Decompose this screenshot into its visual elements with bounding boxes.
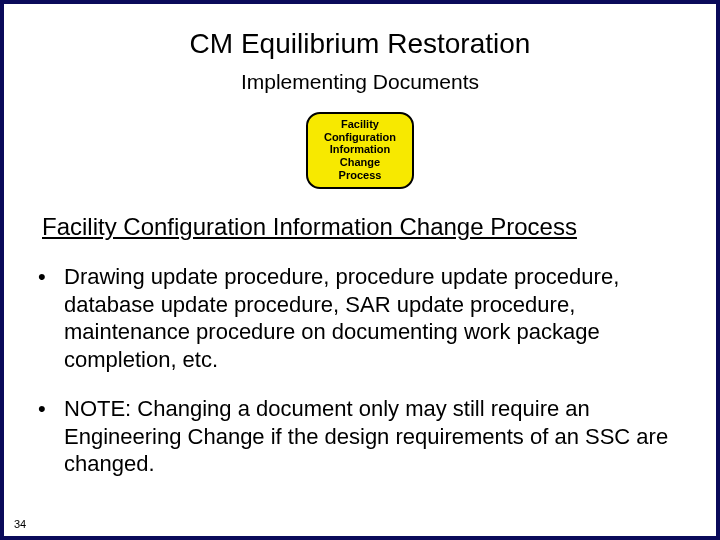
page-number: 34 <box>14 518 26 530</box>
list-item: • Drawing update procedure, procedure up… <box>36 263 690 373</box>
bullet-text: NOTE: Changing a document only may still… <box>64 395 690 478</box>
section-heading: Facility Configuration Information Chang… <box>42 213 690 241</box>
process-box-line: Facility <box>324 118 396 131</box>
slide-title: CM Equilibrium Restoration <box>30 28 690 60</box>
process-box-line: Change <box>324 156 396 169</box>
slide: CM Equilibrium Restoration Implementing … <box>0 0 720 540</box>
list-item: • NOTE: Changing a document only may sti… <box>36 395 690 478</box>
process-box-container: Facility Configuration Information Chang… <box>30 112 690 189</box>
bullet-dot-icon: • <box>36 263 64 373</box>
bullet-list: • Drawing update procedure, procedure up… <box>30 263 690 478</box>
bullet-dot-icon: • <box>36 395 64 478</box>
slide-subtitle: Implementing Documents <box>30 70 690 94</box>
process-box: Facility Configuration Information Chang… <box>306 112 414 189</box>
process-box-line: Configuration <box>324 131 396 144</box>
bullet-text: Drawing update procedure, procedure upda… <box>64 263 690 373</box>
process-box-line: Process <box>324 169 396 182</box>
process-box-line: Information <box>324 143 396 156</box>
